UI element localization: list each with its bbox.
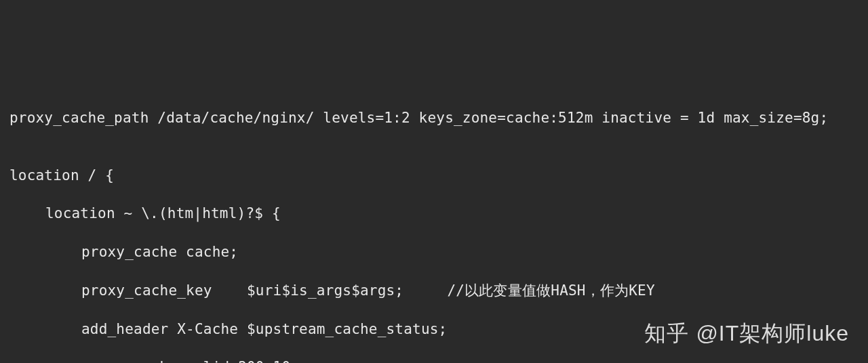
code-line: location ~ \.(htm|html)?$ { (9, 204, 859, 223)
code-line: proxy_cache_valid 200 10m; (9, 358, 859, 363)
code-line: proxy_cache cache; (9, 242, 859, 261)
code-line: proxy_cache_path /data/cache/nginx/ leve… (9, 108, 859, 127)
code-line: location / { (9, 166, 859, 185)
code-line: proxy_cache_key $uri$is_args$args; //以此变… (9, 281, 859, 300)
watermark-text: 知乎 @IT架构师luke (644, 321, 849, 345)
watermark: 知乎 @IT架构师luke (644, 319, 849, 348)
